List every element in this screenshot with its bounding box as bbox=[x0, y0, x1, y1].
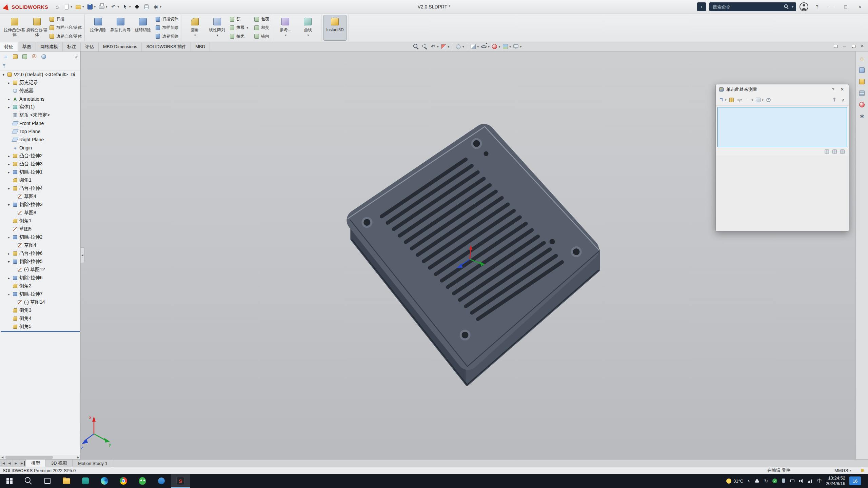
units-selector[interactable]: MMGS ▴ bbox=[834, 468, 851, 473]
usb-tray-icon[interactable] bbox=[789, 478, 795, 484]
tree-item[interactable]: Right Plane bbox=[0, 136, 80, 144]
measure-close-button[interactable]: × bbox=[839, 86, 846, 93]
panel-collapse-handle[interactable]: ◀ bbox=[80, 247, 85, 263]
ribbon-large-button[interactable]: Instant3D bbox=[323, 15, 347, 41]
pin-button[interactable] bbox=[831, 97, 838, 103]
qa-record-button[interactable] bbox=[133, 2, 141, 12]
search-input[interactable] bbox=[712, 4, 782, 10]
command-tab[interactable]: SOLIDWORKS 插件 bbox=[142, 42, 191, 51]
next-tab-button[interactable] bbox=[13, 460, 19, 467]
qa-gear-button[interactable]: ▾ bbox=[152, 2, 163, 12]
dropdown-arrow-icon[interactable]: ▾ bbox=[129, 5, 131, 8]
user-account-icon[interactable] bbox=[800, 2, 808, 11]
zoom-fit-button[interactable] bbox=[412, 43, 420, 50]
tree-item[interactable]: ▾切除-拉伸3 bbox=[0, 201, 80, 209]
command-tab[interactable]: MBD bbox=[191, 42, 210, 51]
tree-item[interactable]: 草图8 bbox=[0, 209, 80, 217]
units-button[interactable] bbox=[728, 97, 735, 103]
command-tab[interactable]: 标注 bbox=[63, 42, 81, 51]
expand-arrow-icon[interactable]: ▾ bbox=[1, 73, 5, 77]
expand-arrow-icon[interactable]: ▸ bbox=[7, 97, 11, 101]
qa-page-button[interactable]: ▾ bbox=[62, 2, 73, 12]
ribbon-large-button[interactable]: 圆角▾ bbox=[183, 15, 206, 41]
tree-item[interactable]: ▸实体(1) bbox=[0, 103, 80, 111]
expand-arrow-icon[interactable]: ▸ bbox=[7, 81, 11, 85]
expand-arrow-icon[interactable]: ▾ bbox=[7, 292, 11, 296]
taskbar-blue-button[interactable] bbox=[152, 474, 171, 488]
tp-library-button[interactable] bbox=[857, 66, 867, 75]
measure-help-button[interactable]: ? bbox=[830, 87, 836, 92]
dropdown-arrow-icon[interactable]: ▾ bbox=[520, 45, 522, 48]
qa-undo-button[interactable]: ▾ bbox=[109, 2, 120, 12]
tree-root-item[interactable]: ▾ V2.0 (Default) <<Default>_Di bbox=[0, 70, 80, 79]
ribbon-small-button[interactable]: 边界凸台/基体 bbox=[48, 32, 82, 41]
cloud-tray-icon[interactable] bbox=[754, 478, 760, 484]
ribbon-small-button[interactable]: 边界切除 bbox=[154, 32, 179, 41]
dropdown-arrow-icon[interactable]: ▾ bbox=[762, 98, 764, 102]
dropdown-arrow-icon[interactable]: ▾ bbox=[94, 5, 96, 8]
expand-arrow-icon[interactable]: ▾ bbox=[7, 187, 11, 190]
expand-arrow-icon[interactable]: ▾ bbox=[7, 236, 11, 239]
ribbon-large-button[interactable]: 参考...▾ bbox=[274, 15, 297, 41]
tree-item[interactable]: Front Plane bbox=[0, 119, 80, 127]
taskbar-edge-button[interactable] bbox=[95, 474, 114, 488]
win-close-button[interactable] bbox=[859, 43, 865, 50]
dropdown-arrow-icon[interactable]: ▾ bbox=[752, 98, 753, 102]
dropdown-arrow-icon[interactable]: ▾ bbox=[82, 5, 84, 8]
ribbon-small-button[interactable]: 筋 bbox=[228, 15, 249, 23]
dropdown-arrow-icon[interactable]: ▾ bbox=[160, 5, 162, 8]
weather-widget[interactable]: 31°C bbox=[726, 479, 743, 484]
doc-tab[interactable]: 3D 视图 bbox=[46, 460, 73, 467]
dropdown-arrow-icon[interactable]: ▾ bbox=[462, 45, 464, 48]
tree-item[interactable]: ▸Annotations bbox=[0, 95, 80, 103]
arc-button[interactable]: ▾ bbox=[718, 97, 727, 103]
prev-tab-button[interactable] bbox=[6, 460, 13, 467]
minimize-button[interactable]: ─ bbox=[826, 2, 837, 12]
dropdown-arrow-icon[interactable]: ▾ bbox=[488, 45, 490, 48]
view-settings-button[interactable]: ▾ bbox=[512, 43, 522, 50]
shield-tray-icon[interactable] bbox=[781, 478, 787, 484]
tree-item[interactable]: 圆角1 bbox=[0, 176, 80, 184]
scrollbar-thumb[interactable] bbox=[5, 456, 53, 459]
tree-item[interactable]: 倒角3 bbox=[0, 306, 80, 314]
tree-item[interactable]: 草图4 bbox=[0, 192, 80, 201]
dropdown-arrow-icon[interactable]: ▾ bbox=[194, 34, 196, 37]
tree-item[interactable]: (-) 草图14 bbox=[0, 298, 80, 306]
hist-button[interactable] bbox=[765, 97, 772, 103]
win-cascade-button[interactable] bbox=[833, 43, 839, 50]
ribbon-small-button[interactable]: 拔模▾ bbox=[228, 23, 249, 32]
search-dropdown-icon[interactable]: ▾ bbox=[792, 5, 793, 8]
show-desktop-button[interactable] bbox=[865, 474, 867, 488]
command-tab[interactable]: MBD Dimensions bbox=[99, 42, 142, 51]
proj-button[interactable]: ▾ bbox=[755, 97, 764, 103]
help-button[interactable]: ? bbox=[812, 2, 823, 12]
tree-item[interactable]: 材质 <未指定> bbox=[0, 111, 80, 119]
dropdown-arrow-icon[interactable]: ▾ bbox=[448, 45, 450, 48]
command-tab[interactable]: 草图 bbox=[18, 42, 36, 51]
filter-funnel-icon[interactable] bbox=[1, 63, 7, 69]
doc-tab[interactable]: Motion Study 1 bbox=[73, 460, 113, 467]
fm-dimx-button[interactable] bbox=[30, 53, 39, 61]
expand-arrow-icon[interactable]: ▾ bbox=[7, 203, 11, 207]
fm-tree-button[interactable] bbox=[1, 53, 10, 61]
fm-props-button[interactable] bbox=[20, 53, 29, 61]
measure-dialog-titlebar[interactable]: 单击此处来测量 ? × bbox=[716, 84, 849, 95]
dropdown-arrow-icon[interactable]: ▾ bbox=[217, 34, 218, 37]
tree-item[interactable]: ▸凸台-拉伸6 bbox=[0, 249, 80, 258]
taskbar-sw-button[interactable] bbox=[171, 474, 190, 488]
expand-arrow-icon[interactable]: ▸ bbox=[7, 276, 11, 280]
ribbon-large-button[interactable]: 拉伸切除 bbox=[87, 15, 109, 41]
tree-item[interactable]: 倒角4 bbox=[0, 314, 80, 323]
taskbar-chrome-button[interactable] bbox=[114, 474, 133, 488]
taskbar-searchw-button[interactable] bbox=[19, 474, 38, 488]
tree-item[interactable]: 倒角2 bbox=[0, 282, 80, 290]
display-style-button[interactable]: ▾ bbox=[470, 43, 479, 50]
scene-button[interactable]: ▾ bbox=[501, 43, 511, 50]
sync-tray-icon[interactable] bbox=[763, 478, 769, 484]
qa-folder-button[interactable]: ▾ bbox=[74, 2, 85, 12]
dropdown-arrow-icon[interactable]: ▾ bbox=[308, 34, 309, 37]
ribbon-small-button[interactable]: 抽壳 bbox=[228, 32, 249, 41]
taskbar-win-button[interactable] bbox=[0, 474, 19, 488]
horizontal-scrollbar[interactable]: ◀ ▶ bbox=[0, 455, 80, 460]
tree-item[interactable]: 草图4 bbox=[0, 241, 80, 249]
